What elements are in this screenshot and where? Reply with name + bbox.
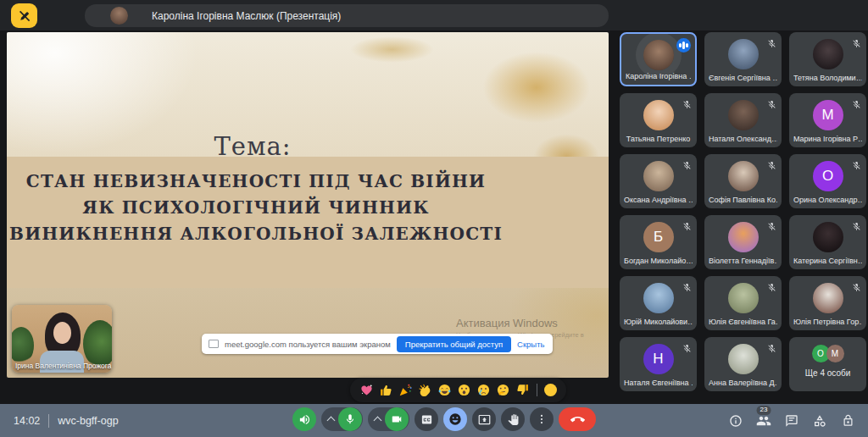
mic-icon	[344, 413, 356, 425]
call-controls	[292, 407, 596, 431]
participant-tile[interactable]: Татьяна Петренко	[620, 93, 697, 147]
participant-tile[interactable]: Юлія Євгеніївна Га…	[704, 276, 782, 330]
screen-icon	[209, 340, 219, 348]
mic-off-icon	[767, 158, 776, 174]
mic-off-icon	[767, 100, 776, 109]
reaction-astonished-face-icon[interactable]	[456, 382, 472, 398]
info-button[interactable]	[726, 411, 746, 431]
participant-tile[interactable]: Катерина Сергіївн…	[789, 215, 866, 269]
screen-share-banner: meet.google.com пользуется вашим экраном…	[202, 334, 553, 354]
participant-tile[interactable]: Наталя Олександ…	[704, 93, 782, 147]
participant-avatar	[728, 344, 759, 374]
shared-slide: Тема: СТАН НЕВИЗНАЧЕНОСТІ ПІД ЧАС ВІЙНИ …	[7, 32, 609, 378]
reaction-clapping-hands-icon[interactable]	[417, 382, 433, 398]
participant-tile[interactable]: Кароліна Ігорівна …	[620, 32, 697, 86]
meet-window: Кароліна Ігорівна Маслюк (Презентація) Т…	[0, 0, 868, 437]
hide-banner-link[interactable]: Скрыть	[517, 340, 544, 349]
captions-button[interactable]	[415, 407, 438, 431]
participant-tile[interactable]: ООрина Олександр…	[789, 154, 866, 208]
volume-button[interactable]	[292, 407, 316, 431]
mic-off-icon	[767, 36, 776, 52]
self-view-person-face	[53, 322, 71, 344]
participant-name: Татьяна Петренко	[624, 135, 693, 143]
activities-button[interactable]	[810, 411, 830, 431]
chat-icon	[785, 414, 798, 428]
mic-off-icon	[682, 100, 692, 109]
participant-tile[interactable]: Анна Валеріївна Д…	[704, 337, 782, 391]
participant-name: Софія Павлівна Ко…	[709, 196, 777, 204]
avatar-group: ОМ	[812, 345, 844, 362]
slide-title-line: СТАН НЕВИЗНАЧЕНОСТІ ПІД ЧАС ВІЙНИ	[7, 169, 505, 195]
mic-off-icon	[682, 283, 692, 292]
participant-tile[interactable]: ББогдан Миколайо…	[620, 215, 697, 269]
host-controls-button[interactable]	[837, 411, 858, 431]
mic-control[interactable]	[321, 407, 363, 431]
participant-avatar	[728, 222, 759, 252]
annotation-button[interactable]	[11, 3, 37, 28]
camera-control[interactable]	[368, 407, 409, 431]
reaction-crying-face-icon[interactable]	[476, 382, 492, 398]
slide-title-line: ВИНИКНЕННЯ АЛКОГОЛЬНОЇ ЗАЛЕЖНОСТІ	[7, 221, 505, 247]
reaction-party-popper-icon[interactable]	[398, 382, 414, 398]
present-button[interactable]	[472, 407, 496, 431]
camera-button[interactable]	[385, 407, 409, 431]
reaction-thumbs-down-icon[interactable]	[515, 382, 531, 398]
participant-name: Катерина Сергіївн…	[793, 257, 862, 265]
participant-tile[interactable]: Оксана Андріївна …	[620, 154, 697, 208]
reaction-sparkling-heart-icon[interactable]	[359, 382, 375, 398]
divider	[537, 384, 537, 396]
participant-name: Тетяна Володими…	[793, 74, 862, 82]
participant-name: Юлія Євгеніївна Га…	[709, 318, 777, 326]
participant-avatar	[643, 40, 674, 70]
participant-name: Анна Валеріївна Д…	[709, 379, 777, 387]
group-avatar-circle: М	[826, 345, 844, 362]
mic-off-icon	[682, 97, 692, 113]
reaction-thinking-face-icon[interactable]	[495, 382, 511, 398]
reactions-button[interactable]	[443, 407, 467, 431]
participant-tile[interactable]: Софія Павлівна Ко…	[704, 154, 782, 208]
control-bar: 14:02 wvc-bgff-ogp	[0, 404, 868, 437]
participant-avatar	[728, 39, 759, 69]
skin-tone-selector[interactable]	[543, 383, 558, 397]
mic-off-icon	[852, 97, 861, 113]
participant-tile[interactable]: Юлія Петрівна Гор…	[789, 276, 866, 330]
speaking-indicator-icon	[676, 38, 691, 53]
participant-name: Оксана Андріївна …	[624, 196, 693, 204]
reaction-thumbs-up-icon[interactable]	[378, 382, 394, 398]
host-controls-lock-icon	[842, 414, 854, 427]
participant-name: Юрій Миколайови…	[624, 318, 693, 326]
chevron-up-icon[interactable]	[327, 416, 336, 424]
divider	[48, 414, 49, 428]
leave-call-button[interactable]	[559, 407, 596, 431]
self-view-tile[interactable]: Ірина Валентинівна Прожога	[12, 305, 112, 373]
reaction-face-tears-of-joy-icon[interactable]	[437, 382, 453, 398]
presenter-pill[interactable]: Кароліна Ігорівна Маслюк (Презентація)	[85, 4, 609, 27]
chevron-up-icon[interactable]	[374, 416, 382, 424]
presenter-name: Кароліна Ігорівна Маслюк (Презентація)	[152, 10, 341, 22]
participant-tile[interactable]: ННаталя Євгеніївна …	[620, 337, 697, 391]
more-options-button[interactable]	[530, 407, 554, 431]
chat-button[interactable]	[782, 411, 802, 431]
participant-tile[interactable]: Тетяна Володими…	[789, 32, 866, 86]
mic-off-icon	[767, 283, 776, 292]
present-screen-icon	[478, 413, 491, 426]
slide-title: СТАН НЕВИЗНАЧЕНОСТІ ПІД ЧАС ВІЙНИ ЯК ПСИ…	[7, 169, 505, 247]
share-banner-text: meet.google.com пользуется вашим экраном	[225, 340, 391, 349]
mic-button[interactable]	[338, 407, 362, 431]
participant-tile[interactable]: ММарина Ігорівна Р…	[789, 93, 866, 147]
participant-tile[interactable]: Віолетта Геннадіїв…	[704, 215, 782, 269]
presenter-avatar	[110, 7, 128, 25]
overflow-participants-tile[interactable]: ОМЩе 4 особи	[789, 337, 866, 391]
stop-sharing-button[interactable]: Прекратить общий доступ	[397, 336, 511, 352]
raise-hand-button[interactable]	[501, 407, 525, 431]
mic-off-icon	[852, 283, 861, 292]
participant-avatar	[643, 161, 674, 191]
mic-off-icon	[682, 161, 692, 170]
mic-off-icon	[852, 158, 861, 174]
participant-tile[interactable]: Юрій Миколайови…	[620, 276, 697, 330]
people-button[interactable]: 23	[754, 411, 774, 431]
participant-avatar	[643, 100, 674, 130]
mic-off-icon	[767, 341, 776, 357]
participant-tile[interactable]: Євгенія Сергіївна …	[704, 32, 782, 86]
volume-icon	[298, 413, 311, 426]
